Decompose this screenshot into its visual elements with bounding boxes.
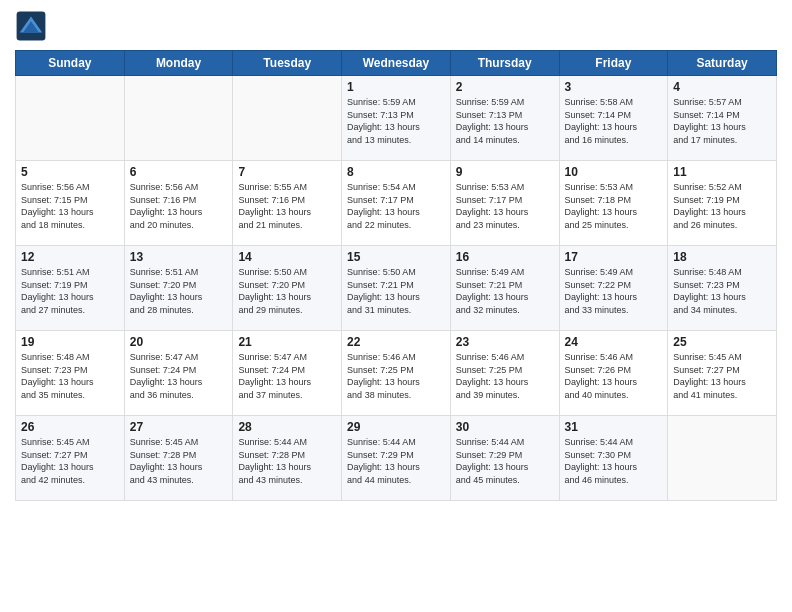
calendar-day-cell: 6Sunrise: 5:56 AM Sunset: 7:16 PM Daylig… (124, 161, 233, 246)
calendar-week-row: 26Sunrise: 5:45 AM Sunset: 7:27 PM Dayli… (16, 416, 777, 501)
calendar-day-cell: 23Sunrise: 5:46 AM Sunset: 7:25 PM Dayli… (450, 331, 559, 416)
day-number: 28 (238, 420, 336, 434)
calendar-day-cell (233, 76, 342, 161)
day-number: 27 (130, 420, 228, 434)
day-info: Sunrise: 5:47 AM Sunset: 7:24 PM Dayligh… (130, 351, 228, 401)
calendar-day-cell (668, 416, 777, 501)
calendar-day-cell: 18Sunrise: 5:48 AM Sunset: 7:23 PM Dayli… (668, 246, 777, 331)
day-number: 1 (347, 80, 445, 94)
calendar-day-cell: 21Sunrise: 5:47 AM Sunset: 7:24 PM Dayli… (233, 331, 342, 416)
calendar-day-cell: 10Sunrise: 5:53 AM Sunset: 7:18 PM Dayli… (559, 161, 668, 246)
calendar-table: SundayMondayTuesdayWednesdayThursdayFrid… (15, 50, 777, 501)
day-number: 20 (130, 335, 228, 349)
calendar-day-cell: 7Sunrise: 5:55 AM Sunset: 7:16 PM Daylig… (233, 161, 342, 246)
day-info: Sunrise: 5:44 AM Sunset: 7:29 PM Dayligh… (456, 436, 554, 486)
page-header (15, 10, 777, 42)
day-info: Sunrise: 5:44 AM Sunset: 7:28 PM Dayligh… (238, 436, 336, 486)
weekday-header-cell: Sunday (16, 51, 125, 76)
calendar-day-cell: 13Sunrise: 5:51 AM Sunset: 7:20 PM Dayli… (124, 246, 233, 331)
calendar-week-row: 12Sunrise: 5:51 AM Sunset: 7:19 PM Dayli… (16, 246, 777, 331)
calendar-day-cell: 8Sunrise: 5:54 AM Sunset: 7:17 PM Daylig… (342, 161, 451, 246)
day-number: 9 (456, 165, 554, 179)
day-info: Sunrise: 5:45 AM Sunset: 7:27 PM Dayligh… (673, 351, 771, 401)
day-info: Sunrise: 5:57 AM Sunset: 7:14 PM Dayligh… (673, 96, 771, 146)
day-info: Sunrise: 5:56 AM Sunset: 7:16 PM Dayligh… (130, 181, 228, 231)
day-info: Sunrise: 5:48 AM Sunset: 7:23 PM Dayligh… (21, 351, 119, 401)
day-info: Sunrise: 5:48 AM Sunset: 7:23 PM Dayligh… (673, 266, 771, 316)
day-info: Sunrise: 5:46 AM Sunset: 7:25 PM Dayligh… (456, 351, 554, 401)
weekday-header-cell: Wednesday (342, 51, 451, 76)
calendar-day-cell: 3Sunrise: 5:58 AM Sunset: 7:14 PM Daylig… (559, 76, 668, 161)
day-info: Sunrise: 5:56 AM Sunset: 7:15 PM Dayligh… (21, 181, 119, 231)
day-info: Sunrise: 5:45 AM Sunset: 7:28 PM Dayligh… (130, 436, 228, 486)
day-number: 22 (347, 335, 445, 349)
calendar-day-cell: 28Sunrise: 5:44 AM Sunset: 7:28 PM Dayli… (233, 416, 342, 501)
day-info: Sunrise: 5:50 AM Sunset: 7:20 PM Dayligh… (238, 266, 336, 316)
day-info: Sunrise: 5:50 AM Sunset: 7:21 PM Dayligh… (347, 266, 445, 316)
day-number: 23 (456, 335, 554, 349)
day-info: Sunrise: 5:46 AM Sunset: 7:25 PM Dayligh… (347, 351, 445, 401)
day-number: 25 (673, 335, 771, 349)
calendar-day-cell: 30Sunrise: 5:44 AM Sunset: 7:29 PM Dayli… (450, 416, 559, 501)
weekday-header-cell: Monday (124, 51, 233, 76)
day-number: 8 (347, 165, 445, 179)
calendar-week-row: 1Sunrise: 5:59 AM Sunset: 7:13 PM Daylig… (16, 76, 777, 161)
weekday-header-row: SundayMondayTuesdayWednesdayThursdayFrid… (16, 51, 777, 76)
day-info: Sunrise: 5:59 AM Sunset: 7:13 PM Dayligh… (347, 96, 445, 146)
weekday-header-cell: Saturday (668, 51, 777, 76)
day-info: Sunrise: 5:55 AM Sunset: 7:16 PM Dayligh… (238, 181, 336, 231)
day-info: Sunrise: 5:44 AM Sunset: 7:30 PM Dayligh… (565, 436, 663, 486)
calendar-day-cell: 31Sunrise: 5:44 AM Sunset: 7:30 PM Dayli… (559, 416, 668, 501)
calendar-day-cell: 1Sunrise: 5:59 AM Sunset: 7:13 PM Daylig… (342, 76, 451, 161)
day-info: Sunrise: 5:51 AM Sunset: 7:19 PM Dayligh… (21, 266, 119, 316)
calendar-day-cell (16, 76, 125, 161)
day-number: 13 (130, 250, 228, 264)
weekday-header-cell: Thursday (450, 51, 559, 76)
day-info: Sunrise: 5:44 AM Sunset: 7:29 PM Dayligh… (347, 436, 445, 486)
calendar-week-row: 5Sunrise: 5:56 AM Sunset: 7:15 PM Daylig… (16, 161, 777, 246)
calendar-week-row: 19Sunrise: 5:48 AM Sunset: 7:23 PM Dayli… (16, 331, 777, 416)
day-info: Sunrise: 5:47 AM Sunset: 7:24 PM Dayligh… (238, 351, 336, 401)
calendar-day-cell: 25Sunrise: 5:45 AM Sunset: 7:27 PM Dayli… (668, 331, 777, 416)
day-number: 26 (21, 420, 119, 434)
day-info: Sunrise: 5:59 AM Sunset: 7:13 PM Dayligh… (456, 96, 554, 146)
day-info: Sunrise: 5:52 AM Sunset: 7:19 PM Dayligh… (673, 181, 771, 231)
day-number: 2 (456, 80, 554, 94)
day-number: 21 (238, 335, 336, 349)
calendar-day-cell: 2Sunrise: 5:59 AM Sunset: 7:13 PM Daylig… (450, 76, 559, 161)
day-number: 11 (673, 165, 771, 179)
day-info: Sunrise: 5:49 AM Sunset: 7:22 PM Dayligh… (565, 266, 663, 316)
calendar-day-cell: 11Sunrise: 5:52 AM Sunset: 7:19 PM Dayli… (668, 161, 777, 246)
day-number: 31 (565, 420, 663, 434)
calendar-body: 1Sunrise: 5:59 AM Sunset: 7:13 PM Daylig… (16, 76, 777, 501)
weekday-header-cell: Friday (559, 51, 668, 76)
day-number: 3 (565, 80, 663, 94)
calendar-day-cell: 19Sunrise: 5:48 AM Sunset: 7:23 PM Dayli… (16, 331, 125, 416)
day-number: 14 (238, 250, 336, 264)
day-info: Sunrise: 5:53 AM Sunset: 7:17 PM Dayligh… (456, 181, 554, 231)
day-number: 4 (673, 80, 771, 94)
calendar-day-cell: 15Sunrise: 5:50 AM Sunset: 7:21 PM Dayli… (342, 246, 451, 331)
day-info: Sunrise: 5:54 AM Sunset: 7:17 PM Dayligh… (347, 181, 445, 231)
day-number: 16 (456, 250, 554, 264)
day-number: 5 (21, 165, 119, 179)
calendar-day-cell: 12Sunrise: 5:51 AM Sunset: 7:19 PM Dayli… (16, 246, 125, 331)
calendar-day-cell: 29Sunrise: 5:44 AM Sunset: 7:29 PM Dayli… (342, 416, 451, 501)
day-number: 17 (565, 250, 663, 264)
day-number: 10 (565, 165, 663, 179)
calendar-day-cell: 24Sunrise: 5:46 AM Sunset: 7:26 PM Dayli… (559, 331, 668, 416)
day-number: 30 (456, 420, 554, 434)
calendar-day-cell: 26Sunrise: 5:45 AM Sunset: 7:27 PM Dayli… (16, 416, 125, 501)
logo (15, 10, 51, 42)
calendar-day-cell: 14Sunrise: 5:50 AM Sunset: 7:20 PM Dayli… (233, 246, 342, 331)
day-number: 29 (347, 420, 445, 434)
day-number: 12 (21, 250, 119, 264)
day-number: 7 (238, 165, 336, 179)
calendar-day-cell (124, 76, 233, 161)
day-number: 18 (673, 250, 771, 264)
day-info: Sunrise: 5:58 AM Sunset: 7:14 PM Dayligh… (565, 96, 663, 146)
calendar-day-cell: 22Sunrise: 5:46 AM Sunset: 7:25 PM Dayli… (342, 331, 451, 416)
weekday-header-cell: Tuesday (233, 51, 342, 76)
day-number: 15 (347, 250, 445, 264)
day-number: 24 (565, 335, 663, 349)
